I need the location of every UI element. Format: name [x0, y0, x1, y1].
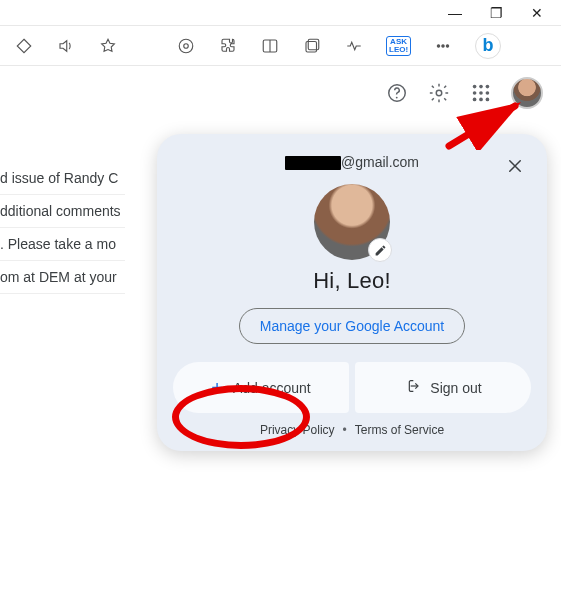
performance-heart-icon[interactable] — [344, 36, 364, 56]
torn-edge-decoration — [0, 567, 561, 607]
split-screen-icon[interactable] — [260, 36, 280, 56]
add-account-label: Add account — [233, 380, 311, 396]
collections-icon[interactable] — [302, 36, 322, 56]
svg-point-7 — [442, 44, 444, 46]
svg-point-17 — [486, 91, 490, 95]
ask-leo-button[interactable]: ASK LEO! — [386, 36, 411, 56]
greeting-text: Hi, Leo! — [175, 268, 529, 294]
read-aloud-icon[interactable] — [56, 36, 76, 56]
bg-line: . Please take a mo — [0, 228, 125, 261]
close-popover-button[interactable] — [501, 152, 529, 180]
sign-out-label: Sign out — [430, 380, 481, 396]
close-window-button[interactable]: ✕ — [531, 5, 543, 21]
sign-out-icon — [404, 378, 420, 397]
shield-lock-icon[interactable] — [176, 36, 196, 56]
ask-leo-line2: LEO! — [389, 46, 408, 54]
help-icon[interactable] — [385, 81, 409, 105]
svg-rect-5 — [308, 39, 319, 50]
privacy-link[interactable]: Privacy Policy — [260, 423, 335, 437]
account-avatar-wrap — [314, 184, 390, 260]
favorite-star-icon[interactable] — [98, 36, 118, 56]
svg-point-18 — [473, 98, 477, 102]
account-action-row: + Add account Sign out — [173, 362, 531, 413]
window-titlebar: — ❐ ✕ — [0, 0, 561, 26]
svg-point-0 — [179, 39, 193, 53]
svg-point-15 — [473, 91, 477, 95]
svg-point-8 — [446, 44, 448, 46]
svg-point-16 — [479, 91, 483, 95]
account-popover: @gmail.com Hi, Leo! Manage your Google A… — [157, 134, 547, 451]
email-suffix: @gmail.com — [341, 154, 419, 170]
apps-grid-icon[interactable] — [469, 81, 493, 105]
svg-point-13 — [479, 85, 483, 89]
svg-point-12 — [473, 85, 477, 89]
svg-point-6 — [437, 44, 439, 46]
svg-point-19 — [479, 98, 483, 102]
manage-account-button[interactable]: Manage your Google Account — [239, 308, 465, 344]
svg-point-11 — [436, 90, 442, 96]
browser-toolbar: ASK LEO! b — [0, 26, 561, 66]
svg-point-14 — [486, 85, 490, 89]
more-dots-icon[interactable] — [433, 36, 453, 56]
separator-dot: • — [343, 423, 347, 437]
terms-link[interactable]: Terms of Service — [355, 423, 444, 437]
background-mail-text: d issue of Randy C dditional comments . … — [0, 162, 125, 294]
bg-line: d issue of Randy C — [0, 162, 125, 195]
account-footer: Privacy Policy • Terms of Service — [175, 423, 529, 437]
profile-avatar[interactable] — [511, 77, 543, 109]
sign-out-button[interactable]: Sign out — [355, 362, 531, 413]
google-header — [0, 66, 561, 120]
bg-line: dditional comments — [0, 195, 125, 228]
edit-avatar-button[interactable] — [368, 238, 392, 262]
bg-line: om at DEM at your — [0, 261, 125, 294]
svg-point-1 — [184, 43, 189, 48]
svg-point-10 — [396, 97, 398, 99]
account-email: @gmail.com — [175, 154, 529, 170]
extension-puzzle-icon[interactable] — [218, 36, 238, 56]
svg-point-20 — [486, 98, 490, 102]
minimize-button[interactable]: — — [448, 5, 462, 21]
diamond-icon[interactable] — [14, 36, 34, 56]
maximize-button[interactable]: ❐ — [490, 5, 503, 21]
gear-icon[interactable] — [427, 81, 451, 105]
bing-chat-icon[interactable]: b — [475, 33, 501, 59]
add-account-button[interactable]: + Add account — [173, 362, 349, 413]
redacted-username — [285, 156, 341, 170]
svg-rect-4 — [306, 41, 317, 52]
